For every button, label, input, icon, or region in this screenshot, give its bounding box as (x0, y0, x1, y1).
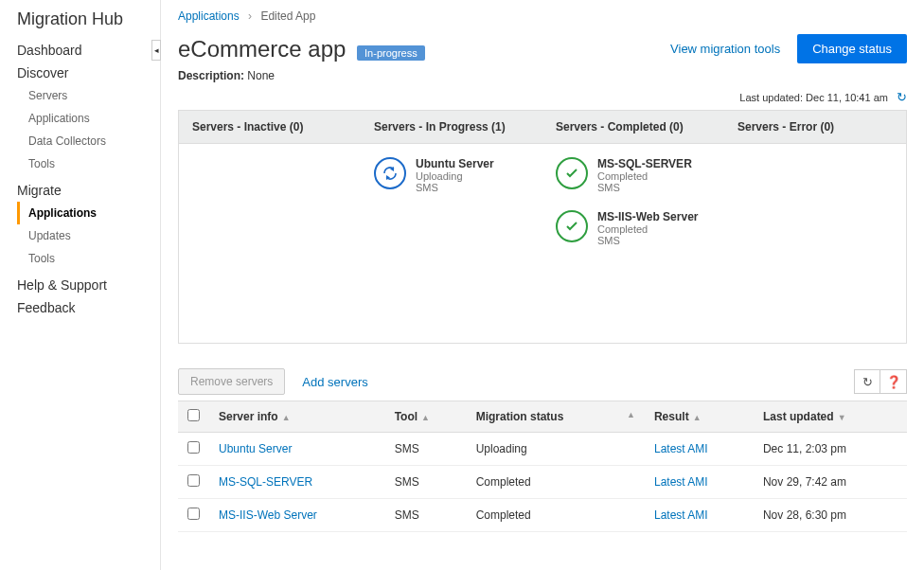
status-col-inactive-header: Servers - Inactive (0) (179, 111, 361, 143)
sidebar-item-help[interactable]: Help & Support (17, 277, 160, 293)
sync-icon (374, 157, 406, 189)
cell-updated: Dec 11, 2:03 pm (754, 433, 907, 466)
status-col-error-header: Servers - Error (0) (724, 111, 906, 143)
help-button[interactable]: ❓ (880, 369, 907, 394)
view-migration-tools-link[interactable]: View migration tools (670, 42, 780, 56)
check-icon (556, 157, 588, 189)
sidebar-item-data-collectors[interactable]: Data Collectors (17, 130, 160, 152)
sidebar-item-migrate-tools[interactable]: Tools (17, 247, 160, 270)
last-updated-value: Dec 11, 10:41 am (806, 92, 888, 103)
col-migration-status[interactable]: Migration status▲ (467, 401, 645, 433)
status-col-completed-header: Servers - Completed (0) (542, 111, 724, 143)
breadcrumb: Applications › Edited App (178, 9, 907, 23)
sidebar-item-feedback[interactable]: Feedback (17, 300, 160, 315)
result-link[interactable]: Latest AMI (654, 508, 708, 522)
cell-tool: SMS (385, 499, 467, 532)
status-col-completed: MS-SQL-SERVER Completed SMS MS-IIS-Web S… (542, 144, 724, 343)
server-card[interactable]: MS-IIS-Web Server Completed SMS (556, 210, 711, 246)
table-row: Ubuntu Server SMS Uploading Latest AMI D… (178, 433, 907, 466)
server-link[interactable]: Ubuntu Server (219, 442, 292, 455)
app-logo-title: Migration Hub (17, 9, 160, 29)
server-name: MS-IIS-Web Server (597, 210, 698, 223)
sidebar-item-updates[interactable]: Updates (17, 224, 160, 247)
server-tool: SMS (416, 182, 494, 193)
sort-asc-icon: ▲ (421, 413, 430, 422)
server-card[interactable]: Ubuntu Server Uploading SMS (374, 157, 529, 193)
sidebar-item-dashboard[interactable]: Dashboard (17, 43, 160, 58)
description-label: Description: (178, 69, 244, 82)
last-updated-label: Last updated: (739, 92, 803, 103)
add-servers-link[interactable]: Add servers (302, 375, 367, 389)
sidebar-item-migrate-applications[interactable]: Applications (17, 202, 160, 224)
server-link[interactable]: MS-SQL-SERVER (219, 475, 312, 489)
status-board: Servers - Inactive (0) Servers - In Prog… (178, 110, 907, 344)
server-card[interactable]: MS-SQL-SERVER Completed SMS (556, 157, 711, 193)
main-content: Applications › Edited App eCommerce app … (161, 0, 924, 570)
sidebar-item-migrate[interactable]: Migrate (17, 183, 160, 198)
server-status: Uploading (416, 170, 494, 182)
sidebar-collapse-toggle[interactable]: ◂ (151, 40, 161, 61)
check-icon (556, 210, 588, 242)
result-link[interactable]: Latest AMI (654, 475, 708, 489)
cell-status: Completed (467, 466, 645, 499)
breadcrumb-root[interactable]: Applications (178, 9, 240, 23)
sidebar-item-discover-tools[interactable]: Tools (17, 152, 160, 175)
description-value: None (247, 69, 275, 82)
status-col-inprogress-header: Servers - In Progress (1) (361, 111, 542, 143)
sort-asc-icon: ▲ (282, 413, 291, 422)
refresh-icon[interactable]: ↻ (897, 90, 907, 104)
col-tool[interactable]: Tool▲ (385, 401, 467, 433)
server-link[interactable]: MS-IIS-Web Server (219, 508, 317, 522)
server-tool: SMS (597, 235, 698, 246)
table-refresh-button[interactable]: ↻ (854, 369, 880, 394)
cell-tool: SMS (385, 433, 467, 466)
status-col-error (724, 144, 906, 343)
remove-servers-button[interactable]: Remove servers (178, 368, 285, 395)
col-last-updated[interactable]: Last updated▼ (754, 401, 907, 433)
result-link[interactable]: Latest AMI (654, 442, 708, 455)
col-server-info[interactable]: Server info▲ (209, 401, 385, 433)
sort-desc-icon: ▼ (838, 413, 846, 422)
row-checkbox[interactable] (187, 474, 200, 487)
table-row: MS-SQL-SERVER SMS Completed Latest AMI N… (178, 466, 907, 499)
sidebar-item-discover-applications[interactable]: Applications (17, 107, 160, 130)
server-status: Completed (597, 170, 692, 182)
col-result[interactable]: Result▲ (645, 401, 754, 433)
cell-status: Uploading (467, 433, 645, 466)
status-col-inprogress: Ubuntu Server Uploading SMS (361, 144, 542, 343)
cell-updated: Nov 29, 7:42 am (754, 466, 907, 499)
sidebar-item-discover[interactable]: Discover (17, 65, 160, 80)
server-tool: SMS (597, 182, 692, 193)
sidebar-item-servers[interactable]: Servers (17, 84, 160, 107)
table-row: MS-IIS-Web Server SMS Completed Latest A… (178, 499, 907, 532)
page-title: eCommerce app (178, 36, 346, 62)
server-name: Ubuntu Server (416, 157, 494, 170)
cell-tool: SMS (385, 466, 467, 499)
sort-asc-icon: ▲ (693, 413, 702, 422)
cell-status: Completed (467, 499, 645, 532)
status-col-inactive (179, 144, 361, 343)
last-updated-row: Last updated: Dec 11, 10:41 am ↻ (178, 90, 907, 104)
select-all-checkbox[interactable] (187, 409, 200, 421)
row-checkbox[interactable] (187, 441, 200, 454)
sidebar: Migration Hub ◂ Dashboard Discover Serve… (0, 0, 161, 570)
servers-table: Server info▲ Tool▲ Migration status▲ Res… (178, 401, 907, 532)
change-status-button[interactable]: Change status (797, 34, 907, 63)
row-checkbox[interactable] (187, 508, 200, 520)
description-row: Description: None (178, 69, 907, 82)
breadcrumb-current: Edited App (260, 9, 315, 23)
chevron-right-icon: › (248, 9, 252, 23)
cell-updated: Nov 28, 6:30 pm (754, 499, 907, 532)
status-badge: In-progress (357, 45, 425, 61)
sort-asc-icon: ▲ (627, 410, 635, 419)
server-name: MS-SQL-SERVER (597, 157, 692, 170)
server-status: Completed (597, 223, 698, 235)
